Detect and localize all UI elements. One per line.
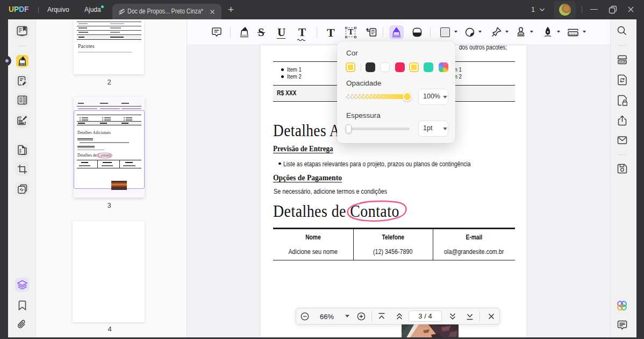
svg-text:OCR: OCR bbox=[619, 60, 626, 63]
